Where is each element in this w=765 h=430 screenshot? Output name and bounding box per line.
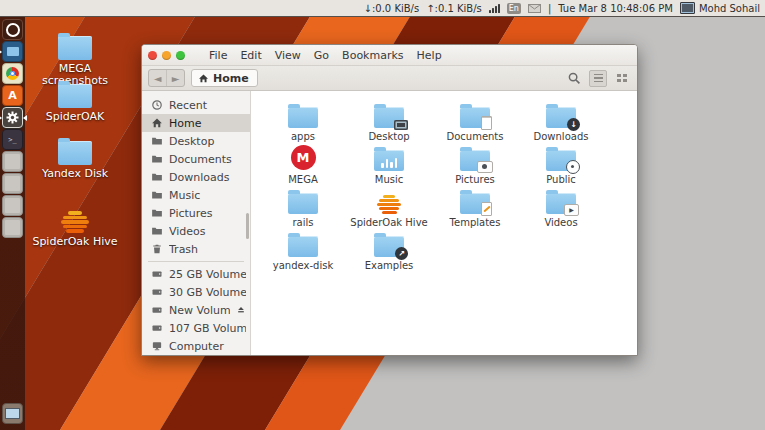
window-titlebar[interactable]: File Edit View Go Bookmarks Help [142,45,637,66]
file-manager-icon[interactable] [2,41,23,62]
desktop-icon-label: SpiderOAK [46,111,105,123]
file-item-pictures[interactable]: Pictures [432,142,518,185]
list-view-button[interactable] [589,70,607,87]
maximize-button[interactable] [176,51,185,60]
file-item-apps[interactable]: apps [260,99,346,142]
file-item-videos[interactable]: ▶ Videos [518,185,604,228]
file-item-label: rails [292,217,313,228]
sidebar-item-home[interactable]: Home [142,114,250,132]
list-view-icon [594,74,603,83]
app-placeholder-4-icon[interactable] [2,217,23,238]
menu-view[interactable]: View [275,49,301,62]
desktop-icon-yandex-disk[interactable]: Yandex Disk [31,141,119,180]
file-item-label: Public [546,174,576,185]
sidebar-scrollbar[interactable] [246,213,249,239]
file-grid[interactable]: apps Desktop Documents ↓ Downloads [251,91,637,356]
search-button[interactable] [565,69,583,87]
sidebar-item-documents[interactable]: Documents [142,150,250,168]
minimize-button[interactable] [162,51,171,60]
unity-launcher: A >_ [0,17,25,430]
file-item-examples[interactable]: ↗ Examples [346,228,432,271]
grid-view-icon [617,74,627,82]
link-emblem-icon: ↗ [395,247,408,260]
app-placeholder-3-icon[interactable] [2,195,23,216]
chrome-browser-icon[interactable] [2,63,23,84]
file-item-desktop[interactable]: Desktop [346,99,432,142]
sidebar-item-107gb-volume[interactable]: 107 GB Volume [142,319,250,337]
menu-file[interactable]: File [209,49,227,62]
document-emblem-icon [481,116,492,130]
sidebar-item-new-volume[interactable]: New Volume [142,301,250,319]
back-button[interactable]: ◄ [149,70,166,86]
sidebar-item-label: Documents [169,153,246,166]
search-icon [568,72,581,85]
keyboard-layout-indicator[interactable]: En [507,3,521,14]
file-item-label: Videos [544,217,577,228]
location-breadcrumb[interactable]: Home [191,69,258,87]
ubuntu-logo-icon[interactable] [2,19,23,40]
menu-help[interactable]: Help [417,49,442,62]
folder-icon [374,107,404,128]
sidebar-item-pictures[interactable]: Pictures [142,204,250,222]
sidebar-item-label: Music [169,189,246,202]
file-item-spideroak-hive[interactable]: SpiderOak Hive [346,185,432,228]
sidebar-item-label: 25 GB Volume [169,268,246,281]
workspace-window-icon[interactable] [2,403,23,424]
system-settings-gear-icon[interactable] [2,107,23,128]
sidebar-item-music[interactable]: Music [142,186,250,204]
file-item-mega[interactable]: M MEGA [260,142,346,185]
sidebar-item-videos[interactable]: Videos [142,222,250,240]
menu-edit[interactable]: Edit [240,49,261,62]
app-placeholder-1-icon[interactable] [2,151,23,172]
session-indicator[interactable]: Mohd Sohail [680,2,760,14]
eject-button[interactable] [236,305,246,315]
file-item-documents[interactable]: Documents [432,99,518,142]
file-item-public[interactable]: Public [518,142,604,185]
menu-bookmarks[interactable]: Bookmarks [342,49,403,62]
app-placeholder-2-icon[interactable] [2,173,23,194]
spideroak-hive-icon [377,195,401,214]
terminal-icon[interactable]: >_ [2,129,23,150]
network-signal-icon[interactable] [489,3,500,13]
places-sidebar: Recent Home Desktop [142,91,251,356]
file-manager-window: File Edit View Go Bookmarks Help ◄ ► Hom… [141,44,638,356]
sidebar-item-label: 30 GB Volume [169,286,246,299]
sidebar-item-label: Pictures [169,207,246,220]
clock-indicator[interactable]: Tue Mar 8 10:48:06 PM [558,3,673,14]
folder-icon [58,36,92,60]
file-item-templates[interactable]: Templates [432,185,518,228]
close-button[interactable] [148,51,157,60]
menu-go[interactable]: Go [314,49,329,62]
file-item-label: apps [291,131,315,142]
sidebar-item-label: Desktop [169,135,246,148]
software-center-icon[interactable]: A [2,85,23,106]
sidebar-item-recent[interactable]: Recent [142,96,250,114]
sidebar-item-25gb-volume[interactable]: 25 GB Volume [142,265,250,283]
file-item-rails[interactable]: rails [260,185,346,228]
desktop-icon-spideroak-hive[interactable]: SpiderOak Hive [31,211,119,248]
file-item-downloads[interactable]: ↓ Downloads [518,99,604,142]
forward-button[interactable]: ► [166,70,184,86]
file-item-label: Downloads [534,131,589,142]
desktop-icon-mega-screenshots[interactable]: MEGA screenshots [31,36,119,87]
home-icon [151,117,163,129]
sidebar-item-trash[interactable]: Trash [142,240,250,258]
file-item-yandex-disk[interactable]: yandex-disk [260,228,346,271]
desktop-icon-spideroak[interactable]: SpiderOAK [31,84,119,123]
sidebar-item-desktop[interactable]: Desktop [142,132,250,150]
folder-icon [151,207,163,219]
folder-icon [151,171,163,183]
sidebar-item-computer[interactable]: Computer [142,337,250,355]
trash-icon [151,243,163,255]
grid-view-button[interactable] [613,69,631,87]
file-item-label: Templates [450,217,501,228]
download-emblem-icon: ↓ [567,118,580,131]
sidebar-item-downloads[interactable]: Downloads [142,168,250,186]
folder-icon [58,84,92,108]
hard-drive-icon [151,322,163,334]
file-item-label: Pictures [455,174,495,185]
file-item-label: Examples [365,260,414,271]
mail-envelope-icon[interactable] [528,4,541,13]
sidebar-item-30gb-volume[interactable]: 30 GB Volume [142,283,250,301]
file-item-music[interactable]: Music [346,142,432,185]
